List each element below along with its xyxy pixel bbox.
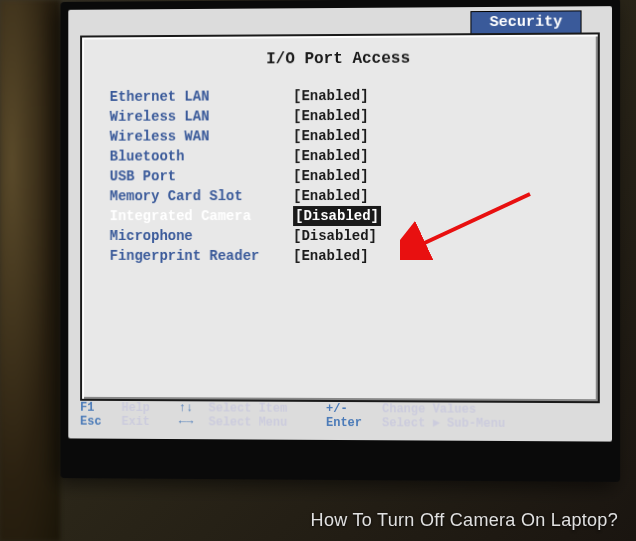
setting-value: [Enabled]	[293, 166, 369, 186]
setting-memory-card-slot[interactable]: Memory Card Slot [Enabled]	[110, 186, 598, 207]
key-updown-icon: ↑↓	[179, 401, 201, 415]
image-caption: How To Turn Off Camera On Laptop?	[311, 510, 618, 531]
setting-label: Wireless WAN	[110, 126, 293, 146]
key-enter: Enter	[326, 416, 374, 430]
setting-value: [Enabled]	[293, 126, 369, 146]
setting-value: [Disabled]	[293, 206, 381, 226]
bios-footer: F1 Esc Help Exit ↑↓ ←→ Select Item Selec…	[80, 401, 600, 440]
key-leftright-icon: ←→	[179, 415, 201, 429]
footer-select-menu-label: Select Menu	[209, 415, 318, 430]
setting-usb-port[interactable]: USB Port [Enabled]	[110, 165, 598, 186]
setting-microphone[interactable]: Microphone [Disabled]	[110, 226, 598, 246]
setting-value: [Disabled]	[293, 226, 377, 246]
setting-value: [Enabled]	[293, 86, 369, 106]
footer-change-values-label: Change Values	[382, 402, 505, 417]
setting-label: Ethernet LAN	[110, 86, 293, 107]
key-plusminus: +/-	[326, 402, 374, 416]
laptop-frame: Security I/O Port Access Ethernet LAN [E…	[60, 0, 620, 482]
tab-security[interactable]: Security	[470, 10, 581, 33]
key-esc: Esc	[80, 415, 114, 429]
setting-label: Bluetooth	[110, 146, 293, 166]
setting-label: USB Port	[110, 166, 293, 186]
setting-fingerprint-reader[interactable]: Fingerprint Reader [Enabled]	[110, 246, 598, 266]
setting-label: Memory Card Slot	[110, 186, 293, 206]
setting-value: [Enabled]	[293, 146, 369, 166]
setting-wireless-wan[interactable]: Wireless WAN [Enabled]	[110, 125, 598, 146]
setting-label: Microphone	[110, 226, 293, 246]
bios-tab-bar: Security	[470, 10, 581, 33]
footer-select-submenu-label: Select ► Sub-Menu	[382, 416, 505, 431]
setting-bluetooth[interactable]: Bluetooth [Enabled]	[110, 145, 598, 166]
setting-ethernet-lan[interactable]: Ethernet LAN [Enabled]	[110, 85, 598, 107]
footer-help-label: Help	[122, 401, 171, 415]
setting-wireless-lan[interactable]: Wireless LAN [Enabled]	[110, 105, 598, 127]
settings-list: Ethernet LAN [Enabled] Wireless LAN [Ena…	[82, 85, 598, 266]
setting-label: Wireless LAN	[110, 106, 293, 127]
setting-value: [Enabled]	[293, 246, 369, 266]
key-f1: F1	[80, 401, 114, 415]
setting-value: [Enabled]	[293, 106, 369, 126]
io-port-access-panel: I/O Port Access Ethernet LAN [Enabled] W…	[80, 32, 600, 403]
setting-value: [Enabled]	[293, 186, 369, 206]
setting-label: Integrated Camera	[110, 206, 293, 226]
bios-screen: Security I/O Port Access Ethernet LAN [E…	[68, 6, 612, 441]
setting-label: Fingerprint Reader	[110, 246, 293, 266]
setting-integrated-camera[interactable]: Integrated Camera [Disabled]	[110, 206, 598, 226]
panel-title: I/O Port Access	[82, 34, 598, 87]
footer-exit-label: Exit	[122, 415, 171, 429]
footer-select-item-label: Select Item	[209, 401, 318, 416]
background-blur	[0, 0, 60, 541]
